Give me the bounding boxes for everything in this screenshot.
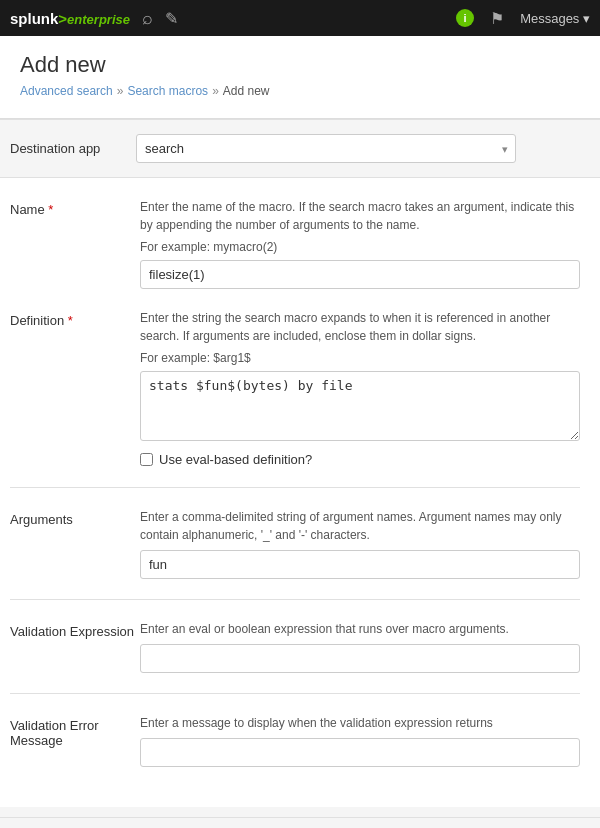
definition-label: Definition *	[10, 309, 140, 328]
form-container: Name * Enter the name of the macro. If t…	[0, 178, 600, 807]
name-input[interactable]	[140, 260, 580, 289]
messages-menu[interactable]: Messages ▾	[520, 11, 590, 26]
eval-label[interactable]: Use eval-based definition?	[159, 452, 312, 467]
navbar-right: i ⚑ Messages ▾	[456, 9, 590, 28]
breadcrumb-sep1: »	[117, 84, 124, 98]
arguments-label: Arguments	[10, 508, 140, 527]
validation-expr-input[interactable]	[140, 644, 580, 673]
breadcrumb-sep2: »	[212, 84, 219, 98]
breadcrumb-current: Add new	[223, 84, 270, 98]
definition-description: Enter the string the search macro expand…	[140, 309, 580, 345]
name-required: *	[48, 202, 53, 217]
destination-app-select-wrapper: search ▾	[136, 134, 516, 163]
definition-content: Enter the string the search macro expand…	[140, 309, 580, 467]
breadcrumb: Advanced search » Search macros » Add ne…	[20, 84, 580, 98]
validation-expr-row: Validation Expression Enter an eval or b…	[10, 620, 580, 673]
validation-expr-label: Validation Expression	[10, 620, 140, 639]
arguments-input[interactable]	[140, 550, 580, 579]
breadcrumb-search-macros[interactable]: Search macros	[127, 84, 208, 98]
page-header: Add new Advanced search » Search macros …	[0, 36, 600, 119]
validation-err-description: Enter a message to display when the vali…	[140, 714, 580, 732]
divider-3	[10, 693, 580, 694]
button-row: Cancel Save	[0, 817, 600, 828]
nav-search-icon[interactable]: ⌕	[142, 8, 153, 29]
definition-required: *	[68, 313, 73, 328]
name-content: Enter the name of the macro. If the sear…	[140, 198, 580, 289]
nav-flag-icon[interactable]: ⚑	[490, 9, 504, 28]
nav-pencil-icon[interactable]: ✎	[165, 9, 178, 28]
validation-err-label: Validation Error Message	[10, 714, 140, 748]
definition-textarea[interactable]	[140, 371, 580, 441]
name-description: Enter the name of the macro. If the sear…	[140, 198, 580, 234]
breadcrumb-advanced-search[interactable]: Advanced search	[20, 84, 113, 98]
eval-checkbox[interactable]	[140, 453, 153, 466]
brand-splunk: splunk>enterprise	[10, 10, 130, 27]
name-example: For example: mymacro(2)	[140, 240, 580, 254]
navbar-left: splunk>enterprise ⌕ ✎	[10, 8, 178, 29]
divider-2	[10, 599, 580, 600]
destination-app-select[interactable]: search	[136, 134, 516, 163]
name-label: Name *	[10, 198, 140, 217]
destination-app-label: Destination app	[10, 141, 120, 156]
validation-expr-description: Enter an eval or boolean expression that…	[140, 620, 580, 638]
arguments-content: Enter a comma-delimited string of argume…	[140, 508, 580, 579]
arguments-description: Enter a comma-delimited string of argume…	[140, 508, 580, 544]
navbar: splunk>enterprise ⌕ ✎ i ⚑ Messages ▾	[0, 0, 600, 36]
splunk-logo[interactable]: splunk>enterprise	[10, 10, 130, 27]
name-row: Name * Enter the name of the macro. If t…	[10, 198, 580, 289]
info-icon[interactable]: i	[456, 9, 474, 27]
page-title: Add new	[20, 52, 580, 78]
eval-checkbox-row: Use eval-based definition?	[140, 452, 580, 467]
validation-expr-content: Enter an eval or boolean expression that…	[140, 620, 580, 673]
validation-err-input[interactable]	[140, 738, 580, 767]
definition-example: For example: $arg1$	[140, 351, 580, 365]
validation-err-content: Enter a message to display when the vali…	[140, 714, 580, 767]
destination-app-row: Destination app search ▾	[0, 119, 600, 178]
validation-err-row: Validation Error Message Enter a message…	[10, 714, 580, 767]
divider-1	[10, 487, 580, 488]
definition-row: Definition * Enter the string the search…	[10, 309, 580, 467]
arguments-row: Arguments Enter a comma-delimited string…	[10, 508, 580, 579]
